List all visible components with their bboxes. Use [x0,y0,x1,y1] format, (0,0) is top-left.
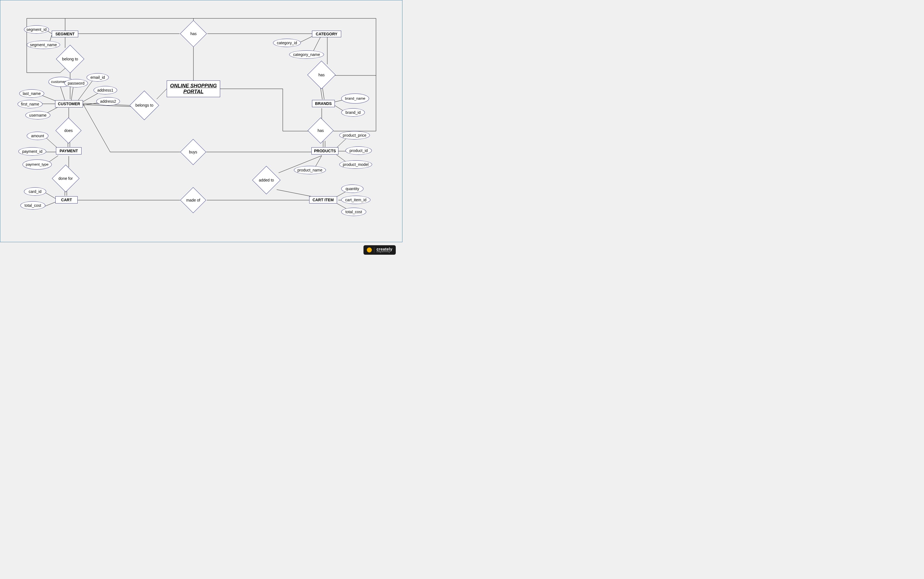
page: ONLINE SHOPPING PORTAL SEGMENT segment_i… [0,0,402,257]
entity-products: PRODUCTS [312,147,338,154]
attr-brand-name: brand_name [341,93,369,103]
attr-username: username [25,111,51,119]
badge-sub: Diagramming [377,250,392,253]
diagram-canvas: ONLINE SHOPPING PORTAL SEGMENT segment_i… [0,0,402,242]
attr-segment-id: segment_id [24,25,49,34]
entity-cart-item: CART ITEM [309,196,337,203]
attr-amount: amount [27,132,49,140]
attr-address2: address2 [96,97,120,106]
entity-customer: CUSTOMER [55,100,83,108]
rel-belongs-to-label: belongs to [135,103,153,108]
creately-badge: creately Diagramming [364,245,396,255]
rel-has-brand-prod-label: has [318,128,324,133]
attr-category-name: category_name [289,51,324,59]
attr-product-model: product_model [339,160,372,169]
attr-quantity: quantity [341,185,364,193]
attr-item-total-cost: total_cost [341,208,366,216]
rel-has-top-label: has [190,31,197,36]
attr-payment-id: payment_id [18,147,46,155]
attr-cart-item-id: cart_item_id [341,196,371,204]
attr-card-id: card_id [24,187,46,196]
bulb-icon [367,247,372,252]
attr-segment-name: segment_name [27,41,60,49]
entity-segment: SEGMENT [52,31,78,37]
rel-does-label: does [64,128,73,133]
rel-made-of-label: made of [186,198,201,202]
badge-text: creately Diagramming [377,247,392,253]
attr-category-id: category_id [273,39,301,47]
attr-brand-id: brand_id [341,108,365,117]
entity-category: CATEGORY [312,31,341,37]
attr-product-id: product_id [345,146,372,155]
badge-separator [374,247,374,253]
title-entity: ONLINE SHOPPING PORTAL [167,80,220,97]
attr-address1: address1 [93,86,117,94]
entity-cart: CART [56,196,78,203]
footer: creately Diagramming [0,243,402,257]
entity-payment: PAYMENT [56,147,82,154]
attr-cart-total-cost: total_cost [20,201,46,209]
attr-email-id: email_id [87,73,109,82]
attr-first-name: first_name [18,100,42,108]
entity-brands: BRANDS [312,100,335,107]
attr-product-name: product_name [294,166,326,174]
attr-product-price: product_price [339,131,370,139]
attr-password: password [64,79,88,87]
rel-done-for-label: done for [59,176,73,181]
rel-added-to-label: added to [259,178,274,182]
rel-belong-to-label: belong to [62,57,78,61]
attr-payment-type: payment_type [23,160,52,170]
rel-has-cat-brand-label: has [318,73,325,77]
attr-last-name: last_name [19,89,44,98]
rel-buys-label: buys [189,150,198,154]
